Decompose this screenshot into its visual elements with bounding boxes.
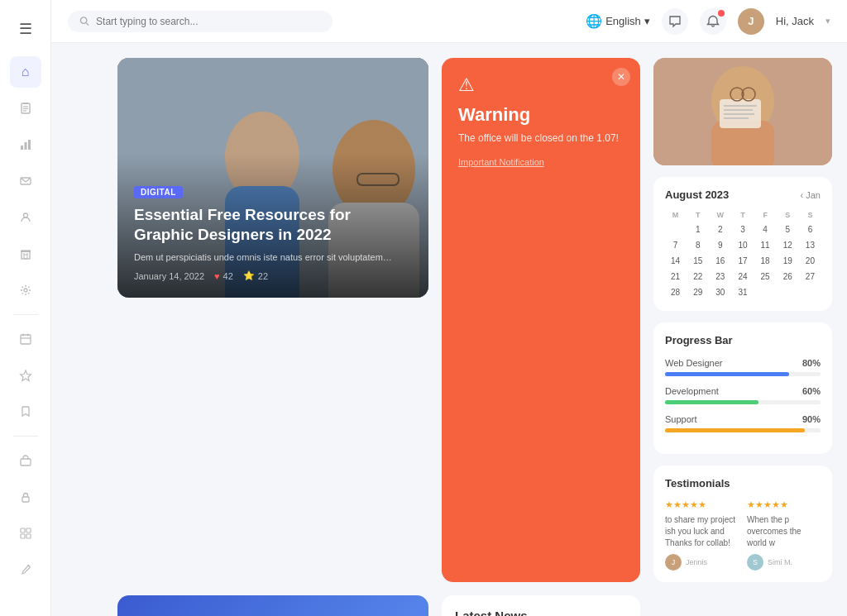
weekday-t: T — [687, 211, 708, 219]
cal-day-21[interactable]: 21 — [665, 270, 686, 284]
search-icon — [79, 16, 89, 26]
mail-icon[interactable] — [10, 165, 41, 197]
news-section-title: Latest News — [455, 609, 627, 616]
photo-bg — [653, 58, 832, 165]
bag-icon[interactable] — [10, 445, 41, 476]
edit-icon[interactable] — [10, 554, 41, 585]
cal-day-2[interactable]: 2 — [710, 222, 730, 236]
stars-1: ★★★★★ — [747, 499, 821, 510]
avatar[interactable]: J — [738, 8, 764, 35]
cal-day-22[interactable]: 22 — [687, 270, 708, 284]
warning-close-btn[interactable]: ✕ — [612, 68, 630, 86]
testimonial-1: ★★★★★ When the p overcomes the world w S… — [747, 499, 821, 571]
news-section: Latest News — [442, 595, 640, 616]
photo-card — [653, 58, 832, 165]
star2-icon[interactable] — [10, 360, 41, 391]
svg-rect-6 — [24, 142, 26, 150]
progress-development: Development 60% — [665, 386, 821, 404]
calendar-nav: ‹ Jan — [801, 190, 821, 200]
cal-day-7[interactable]: 7 — [665, 238, 686, 252]
cal-day-8[interactable]: 8 — [687, 238, 708, 252]
svg-rect-26 — [26, 534, 31, 538]
chart-bar-icon[interactable] — [10, 129, 41, 160]
svg-rect-11 — [21, 251, 31, 252]
cal-day-27[interactable]: 27 — [800, 270, 821, 284]
cal-day-20[interactable]: 20 — [800, 254, 821, 268]
heart-icon: ♥ — [214, 271, 220, 281]
cal-day-23[interactable]: 23 — [710, 270, 730, 284]
notification-btn[interactable] — [700, 8, 726, 35]
cal-day-31[interactable]: 31 — [732, 285, 753, 299]
user-icon[interactable] — [10, 202, 41, 233]
lang-chevron-icon: ▾ — [644, 15, 650, 27]
cal-day-4[interactable]: 4 — [755, 222, 776, 236]
menu-icon[interactable]: ☰ — [10, 13, 41, 45]
cal-day-11[interactable]: 11 — [755, 238, 776, 252]
language-selector[interactable]: 🌐 English ▾ — [586, 13, 650, 29]
calendar-card: August 2023 ‹ Jan M T W T F S S 1 2 3 4 — [653, 177, 832, 311]
bookmark-icon[interactable] — [10, 396, 41, 427]
cal-day-15[interactable]: 15 — [687, 254, 708, 268]
warning-link[interactable]: Important Notification — [458, 157, 624, 167]
warning-title: Warning — [458, 104, 624, 126]
calendar2-icon[interactable] — [10, 323, 41, 355]
search-box[interactable] — [68, 11, 333, 32]
svg-line-28 — [86, 23, 89, 26]
svg-rect-12 — [24, 255, 27, 259]
progress-label-web: Web Designer — [665, 358, 723, 368]
cal-day-17[interactable]: 17 — [732, 254, 753, 268]
sidebar: ☰ ⌂ — [0, 0, 51, 616]
progress-bar-support-bg — [665, 428, 821, 432]
clipboard-icon[interactable] — [10, 93, 41, 124]
calendar-title: August 2023 — [665, 189, 729, 201]
cal-day-1[interactable]: 1 — [687, 222, 708, 236]
hero-title: Essential Free Resources for Graphic Des… — [134, 205, 412, 246]
lock-icon[interactable] — [10, 481, 41, 513]
cal-day-30[interactable]: 30 — [710, 285, 730, 299]
cal-day-25[interactable]: 25 — [755, 270, 776, 284]
hero-comments: ⭐ 22 — [243, 270, 268, 281]
cal-day-29[interactable]: 29 — [687, 285, 708, 299]
testimonial-0: ★★★★★ to share my project ish you luck a… — [665, 499, 739, 571]
cal-day-18[interactable]: 18 — [755, 254, 776, 268]
home-icon[interactable]: ⌂ — [10, 56, 41, 88]
progress-pct-web: 80% — [802, 358, 821, 368]
hero-card: DIGITAL Essential Free Resources for Gra… — [117, 58, 428, 298]
cal-day-28[interactable]: 28 — [665, 285, 686, 299]
cal-day-13[interactable]: 13 — [800, 238, 821, 252]
cal-day-24[interactable]: 24 — [732, 270, 753, 284]
cal-day-14[interactable]: 14 — [665, 254, 686, 268]
cal-day-6[interactable]: 6 — [800, 222, 821, 236]
cal-day-16[interactable]: 16 — [710, 254, 730, 268]
progress-web-designer: Web Designer 80% — [665, 358, 821, 376]
building-icon[interactable] — [10, 238, 41, 270]
svg-rect-23 — [21, 528, 25, 532]
chat-icon-btn[interactable] — [662, 8, 688, 35]
svg-rect-16 — [21, 335, 31, 344]
cal-day-12[interactable]: 12 — [778, 238, 798, 252]
testimonial-author-0: J Jennis — [665, 554, 739, 571]
cal-day-3[interactable]: 3 — [732, 222, 753, 236]
calendar-prev-btn[interactable]: ‹ Jan — [801, 190, 821, 200]
author-avatar-0: J — [665, 554, 682, 571]
settings-icon[interactable] — [10, 275, 41, 306]
cal-day-19[interactable]: 19 — [778, 254, 798, 268]
cal-day-10[interactable]: 10 — [732, 238, 753, 252]
comment-icon: ⭐ — [243, 270, 255, 281]
globe-icon: 🌐 — [586, 13, 602, 29]
topbar-right: 🌐 English ▾ J Hi, Jack ▾ — [586, 8, 830, 35]
calendar-header: August 2023 ‹ Jan — [665, 189, 821, 201]
weekday-th: T — [732, 211, 753, 219]
hero-tag: DIGITAL — [134, 186, 183, 198]
testimonial-text-1: When the p overcomes the world w — [747, 514, 821, 549]
cal-day-26[interactable]: 26 — [778, 270, 798, 284]
cal-day-5[interactable]: 5 — [778, 222, 798, 236]
svg-rect-21 — [21, 459, 31, 466]
user-name[interactable]: Hi, Jack — [776, 15, 814, 27]
search-input[interactable] — [96, 16, 321, 27]
cal-day-9[interactable]: 9 — [710, 238, 730, 252]
hero-likes: ♥ 42 — [214, 271, 233, 281]
grid-icon[interactable] — [10, 518, 41, 549]
svg-rect-13 — [23, 253, 25, 255]
author-name-1: Simi M. — [768, 558, 792, 566]
